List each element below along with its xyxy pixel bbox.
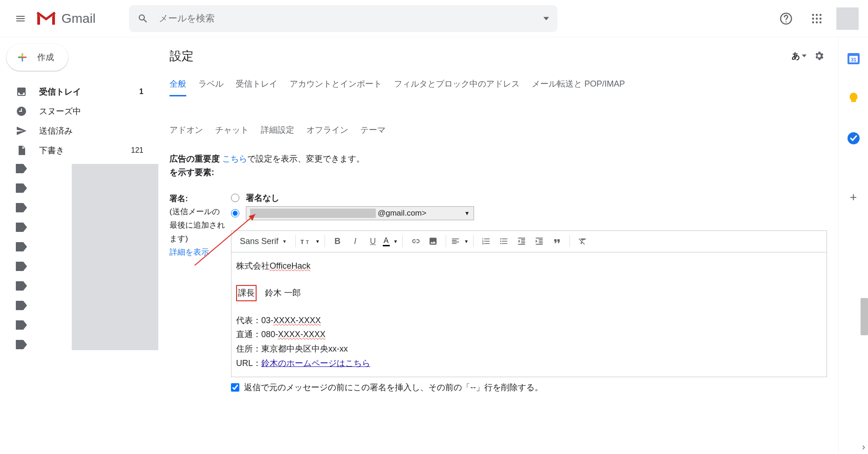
- signature-detail-link[interactable]: 詳細を表示: [170, 246, 231, 259]
- tab-inbox[interactable]: 受信トレイ: [236, 78, 278, 96]
- label-tag-icon[interactable]: [16, 223, 27, 232]
- side-panel-toggle[interactable]: ›: [862, 441, 865, 452]
- apps-grid-icon: [811, 13, 822, 24]
- radio-no-signature[interactable]: [231, 194, 239, 202]
- highlighted-title: 課長: [236, 285, 257, 301]
- svg-point-4: [812, 14, 814, 15]
- tab-offline[interactable]: オフライン: [306, 124, 348, 141]
- labels-section: [0, 164, 158, 359]
- gmail-logo-area[interactable]: Gmail: [35, 11, 95, 27]
- svg-point-11: [816, 21, 818, 23]
- signature-account-option[interactable]: @gmail.com> ▼: [231, 206, 827, 220]
- tab-accounts[interactable]: アカウントとインポート: [290, 78, 382, 96]
- numbered-list-button[interactable]: [478, 233, 494, 249]
- indent-less-button[interactable]: [514, 233, 529, 249]
- calendar-app-button[interactable]: 31: [847, 51, 861, 65]
- search-input[interactable]: [159, 13, 543, 24]
- tab-addons[interactable]: アドオン: [170, 124, 203, 141]
- inbox-icon: [16, 86, 27, 97]
- bullet-list-button[interactable]: [496, 233, 512, 249]
- side-panel: 31 + ›: [838, 37, 868, 454]
- label-tag-icon[interactable]: [16, 242, 27, 251]
- label-tag-icon[interactable]: [16, 301, 27, 310]
- compose-button[interactable]: 作成: [7, 44, 68, 71]
- draft-icon: [16, 145, 27, 156]
- label-tag-icon[interactable]: [16, 164, 27, 173]
- tab-forwarding[interactable]: メール転送と POP/IMAP: [532, 78, 625, 96]
- ad-settings-link[interactable]: こちら: [222, 154, 247, 163]
- search-options-dropdown-icon[interactable]: [543, 16, 549, 21]
- align-button[interactable]: ▼: [451, 237, 468, 246]
- signature-url-link[interactable]: 鈴木のホームページはこちら: [261, 359, 370, 368]
- svg-point-7: [812, 17, 814, 19]
- scrollbar-thumb[interactable]: [861, 298, 868, 335]
- input-language-button[interactable]: あ: [792, 50, 807, 61]
- settings-gear-button[interactable]: [811, 48, 827, 64]
- support-button[interactable]: [775, 7, 797, 30]
- folder-nav: 受信トレイ 1 スヌーズ中 送信済み 下書き 121: [0, 82, 158, 160]
- label-tag-icon[interactable]: [16, 340, 27, 349]
- label-tag-icon[interactable]: [16, 281, 27, 291]
- radio-use-signature[interactable]: [231, 209, 239, 217]
- signature-reply-option[interactable]: 返信で元のメッセージの前にこの署名を挿入し、その前の「--」行を削除する。: [231, 382, 827, 393]
- font-family-select[interactable]: Sans Serif▼: [236, 237, 291, 246]
- tab-general[interactable]: 全般: [170, 78, 186, 96]
- svg-text:T: T: [306, 240, 309, 245]
- tab-themes[interactable]: テーマ: [360, 124, 386, 141]
- svg-rect-20: [852, 102, 855, 104]
- tab-labels[interactable]: ラベル: [198, 78, 224, 96]
- keep-app-button[interactable]: [847, 91, 861, 105]
- tab-advanced[interactable]: 詳細設定: [261, 124, 294, 141]
- gear-icon: [814, 50, 825, 61]
- account-select[interactable]: @gmail.com> ▼: [246, 206, 474, 220]
- nav-inbox[interactable]: 受信トレイ 1: [0, 82, 158, 102]
- quote-button[interactable]: [549, 233, 565, 249]
- gmail-logo-icon: [35, 11, 57, 27]
- nav-drafts[interactable]: 下書き 121: [0, 141, 158, 160]
- svg-point-5: [816, 14, 818, 15]
- signature-none-option[interactable]: 署名なし: [231, 192, 827, 203]
- send-icon: [16, 125, 27, 136]
- svg-point-3: [786, 21, 787, 22]
- add-addon-button[interactable]: +: [850, 190, 857, 204]
- link-button[interactable]: [407, 233, 423, 249]
- tasks-app-button[interactable]: [847, 131, 861, 145]
- signature-section: 署名: (送信メールの 最後に追加され ます) 詳細を表示 署名なし: [170, 192, 827, 393]
- header-right-controls: [775, 7, 859, 30]
- nav-sent[interactable]: 送信済み: [0, 121, 158, 141]
- gmail-wordmark: Gmail: [61, 11, 95, 26]
- bold-button[interactable]: B: [330, 233, 346, 249]
- label-tag-icon[interactable]: [16, 183, 27, 193]
- apps-button[interactable]: [806, 7, 828, 30]
- signature-label: 署名:: [170, 194, 188, 203]
- image-button[interactable]: [425, 233, 441, 249]
- label-tag-icon[interactable]: [16, 262, 27, 271]
- font-size-select[interactable]: тT▼: [300, 237, 320, 246]
- dropdown-caret-icon: [802, 54, 807, 57]
- page-title: 設定: [170, 48, 194, 64]
- account-redacted: [250, 209, 376, 218]
- main-menu-button[interactable]: [9, 7, 32, 30]
- settings-main: 設定 あ 全般 ラベル 受信トレイ アカウントとインポート フィルタとブロック中…: [158, 37, 838, 454]
- signature-textarea[interactable]: 株式会社OfficeHack 課長 鈴木 一郎 代表：03-XXXX-XXXX …: [231, 252, 827, 377]
- svg-point-9: [820, 17, 821, 19]
- text-color-button[interactable]: A▼: [383, 237, 398, 246]
- search-icon: [137, 13, 149, 24]
- label-tag-icon[interactable]: [16, 320, 27, 330]
- tab-filters[interactable]: フィルタとブロック中のアドレス: [394, 78, 520, 96]
- signature-editor: Sans Serif▼ тT▼ B I U A▼ ▼: [231, 230, 827, 378]
- svg-text:31: 31: [850, 57, 856, 62]
- indent-more-button[interactable]: [531, 233, 547, 249]
- italic-button[interactable]: I: [347, 233, 363, 249]
- labels-placeholder: [72, 164, 158, 350]
- account-avatar[interactable]: [836, 7, 859, 30]
- nav-snoozed[interactable]: スヌーズ中: [0, 102, 158, 121]
- tab-chat[interactable]: チャット: [215, 124, 249, 141]
- svg-text:т: т: [300, 237, 304, 245]
- label-tag-icon[interactable]: [16, 203, 27, 212]
- remove-format-button[interactable]: [575, 233, 590, 249]
- search-bar[interactable]: [129, 5, 557, 32]
- signature-reply-checkbox[interactable]: [231, 383, 239, 392]
- compose-label: 作成: [37, 52, 54, 63]
- underline-button[interactable]: U: [365, 233, 381, 249]
